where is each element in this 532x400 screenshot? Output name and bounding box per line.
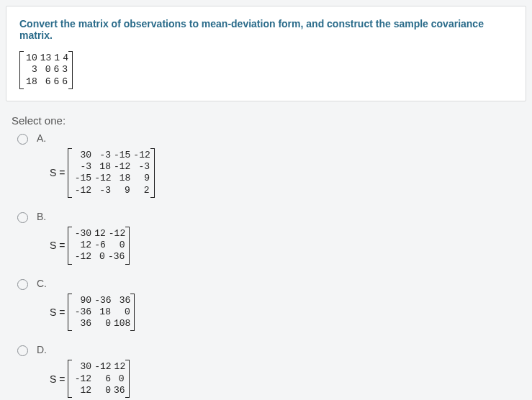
option-matrix: -3012-1212-60-120-36 [68, 227, 130, 265]
s-equals: S = [50, 240, 65, 251]
option-a[interactable]: A. S = 30-3-15-12-318-12-3-15-12189-12-3… [17, 132, 526, 198]
matrix-cell: 30 [72, 150, 91, 161]
radio-a[interactable] [17, 134, 28, 145]
matrix-cell: 6 [91, 373, 111, 385]
option-letter: A. [37, 132, 155, 144]
matrix-cell: -36 [105, 251, 125, 263]
matrix-cell: 6 [50, 76, 59, 88]
matrix-cell: 0 [106, 240, 125, 251]
matrix-cell: -3 [130, 161, 150, 173]
matrix-row: 18666 [24, 76, 68, 88]
matrix-cell: 36 [111, 385, 125, 396]
radio-c[interactable] [17, 279, 28, 290]
matrix-cell: -36 [91, 295, 111, 306]
matrix-cell: 0 [91, 251, 105, 263]
matrix-cell: 6 [37, 76, 51, 88]
option-letter: D. [37, 344, 130, 355]
matrix-row: -120-36 [72, 251, 125, 263]
matrix-cell: 13 [37, 53, 52, 64]
matrix-cell: 12 [112, 361, 126, 373]
matrix-cell: -3 [91, 185, 111, 196]
option-letter: B. [37, 211, 130, 222]
matrix-cell: 6 [50, 64, 59, 76]
matrix-cell: 90 [72, 295, 91, 306]
matrix-cell: 1 [51, 53, 60, 64]
matrix-row: 3063 [24, 64, 68, 76]
matrix-cell: 36 [72, 318, 91, 329]
matrix-cell: 12 [72, 385, 91, 396]
matrix-row: -36180 [72, 306, 130, 318]
matrix-cell: -12 [72, 373, 91, 385]
select-one-label: Select one: [6, 114, 526, 127]
matrix-cell: 6 [59, 76, 68, 88]
matrix-cell: -30 [72, 228, 91, 240]
question-container: Convert the matrix of observations to me… [6, 6, 526, 101]
option-b[interactable]: B. S = -3012-1212-60-120-36 [17, 211, 526, 265]
matrix-row: 101314 [24, 53, 68, 64]
s-equals: S = [50, 373, 65, 385]
option-matrix: 30-3-15-12-318-12-3-15-12189-12-392 [68, 148, 154, 198]
matrix-row: -12-392 [72, 185, 150, 196]
question-prompt: Convert the matrix of observations to me… [19, 18, 513, 41]
matrix-cell: 12 [91, 228, 106, 240]
matrix-cell: 18 [112, 173, 131, 184]
option-d[interactable]: D. S = 30-1212-126012036 [17, 344, 526, 398]
matrix-cell: -6 [91, 240, 106, 251]
matrix-row: -1260 [72, 373, 125, 385]
matrix-row: -318-12-3 [72, 161, 150, 173]
matrix-row: -15-12189 [72, 173, 150, 184]
equation: S = 30-3-15-12-318-12-3-15-12189-12-392 [50, 148, 155, 198]
matrix-cell: -12 [72, 185, 91, 196]
equation: S = 30-1212-126012036 [50, 360, 130, 398]
equation: S = 90-3636-36180360108 [50, 294, 135, 332]
matrix-cell: -15 [111, 150, 130, 161]
matrix-cell: -36 [72, 306, 91, 318]
options-list: A. S = 30-3-15-12-318-12-3-15-12189-12-3… [6, 132, 526, 398]
matrix-row: 360108 [72, 318, 130, 329]
matrix-cell: -12 [130, 150, 150, 161]
matrix-cell: 36 [112, 295, 131, 306]
matrix-cell: -12 [91, 361, 111, 373]
option-matrix: 90-3636-36180360108 [68, 294, 135, 332]
matrix-row: 30-3-15-12 [72, 150, 150, 161]
matrix-cell: 0 [91, 385, 111, 396]
option-c[interactable]: C. S = 90-3636-36180360108 [17, 278, 526, 332]
matrix-cell: -12 [91, 173, 111, 184]
s-equals: S = [50, 306, 65, 318]
option-body: C. S = 90-3636-36180360108 [37, 278, 135, 332]
option-body: B. S = -3012-1212-60-120-36 [37, 211, 130, 265]
radio-d[interactable] [17, 345, 28, 356]
matrix-cell: 3 [59, 64, 68, 76]
matrix-cell: 18 [91, 161, 111, 173]
option-body: D. S = 30-1212-126012036 [37, 344, 130, 398]
matrix-row: 12-60 [72, 240, 125, 251]
matrix-row: -3012-12 [72, 228, 125, 240]
matrix-cell: 12 [72, 240, 91, 251]
option-letter: C. [37, 278, 135, 289]
matrix-cell: 0 [111, 373, 125, 385]
matrix-cell: 18 [91, 306, 111, 318]
matrix-cell: -3 [72, 161, 91, 173]
matrix-cell: 18 [24, 76, 37, 88]
matrix-cell: -12 [72, 251, 91, 263]
matrix-cell: 0 [37, 64, 51, 76]
observation-matrix: 101314306318666 [19, 51, 73, 89]
matrix-cell: 4 [60, 53, 68, 64]
matrix-row: 90-3636 [72, 295, 130, 306]
matrix-row: 30-1212 [72, 361, 125, 373]
matrix-cell: 2 [130, 185, 150, 196]
matrix-cell: 9 [111, 185, 130, 196]
equation: S = -3012-1212-60-120-36 [50, 227, 130, 265]
matrix-cell: -3 [91, 150, 111, 161]
radio-b[interactable] [17, 212, 28, 223]
matrix-cell: -12 [111, 161, 130, 173]
matrix-cell: 108 [111, 318, 130, 329]
option-matrix: 30-1212-126012036 [68, 360, 130, 398]
matrix-cell: 3 [24, 64, 37, 76]
matrix-cell: 9 [130, 173, 150, 184]
matrix-cell: 10 [24, 53, 37, 64]
matrix-cell: -12 [106, 228, 125, 240]
matrix-row: 12036 [72, 385, 125, 396]
matrix-cell: 0 [91, 318, 111, 329]
matrix-cell: 0 [111, 306, 130, 318]
